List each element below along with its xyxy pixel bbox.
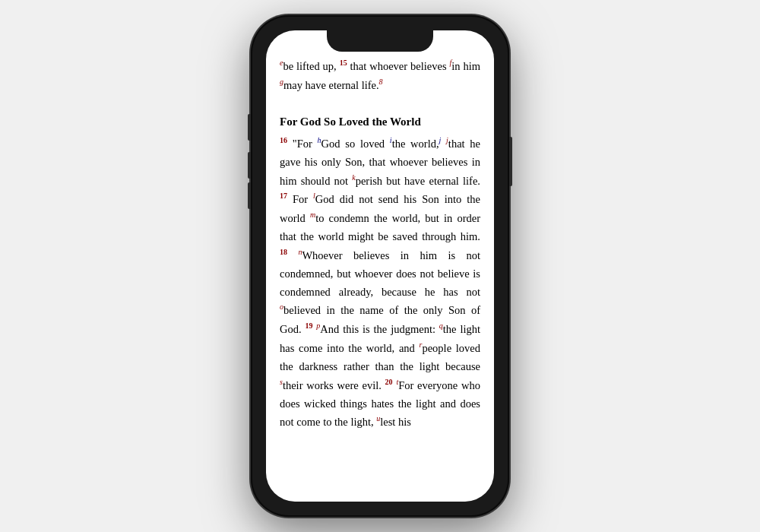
section-heading: For God So Loved the World bbox=[280, 112, 480, 131]
phone-screen: ebe lifted up, 15 that whoever believes … bbox=[266, 30, 494, 502]
phone-notch bbox=[327, 30, 433, 52]
partial-top-text: ebe lifted up, 15 that whoever believes … bbox=[280, 57, 480, 95]
phone-device: ebe lifted up, 15 that whoever believes … bbox=[251, 15, 509, 517]
bible-text-content[interactable]: ebe lifted up, 15 that whoever believes … bbox=[266, 30, 494, 502]
verse-16: 16 "For hGod so loved ithe world,j jthat… bbox=[280, 135, 480, 432]
